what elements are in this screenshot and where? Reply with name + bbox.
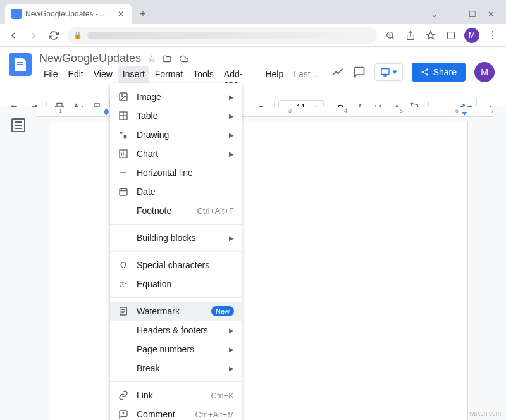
hline-icon [118,167,129,178]
browser-menu-icon[interactable]: ⋮ [486,28,500,42]
menu-label: Drawing [137,130,221,140]
window-dropdown-icon[interactable]: ⌄ [431,9,438,19]
insert-link[interactable]: Link Ctrl+K [110,386,242,405]
move-folder-icon[interactable] [162,54,172,64]
submenu-arrow-icon: ▶ [229,132,234,139]
bookmark-icon[interactable] [424,28,438,42]
insert-equation[interactable]: π² Equation [110,275,242,293]
comments-icon[interactable] [353,66,366,78]
menu-last-edit[interactable]: Last… [289,66,323,92]
menu-separator [110,297,242,298]
pi-icon: π² [118,278,129,290]
extensions-icon[interactable] [444,28,458,42]
url-field[interactable]: 🔒 [67,27,377,44]
ruler-indent-marker[interactable] [104,112,109,116]
image-icon [118,91,129,102]
present-button[interactable]: ▾ [374,63,403,81]
lock-icon: 🔒 [73,31,82,39]
docs-favicon [11,9,22,19]
insert-headers-footers[interactable]: Headers & footers ▶ [110,321,242,340]
window-minimize-icon[interactable]: — [449,9,457,19]
insert-page-numbers[interactable]: Page numbers ▶ [110,340,242,359]
chart-icon [118,148,129,159]
window-maximize-icon[interactable]: ☐ [469,9,476,19]
outline-icon[interactable] [11,118,25,132]
account-avatar[interactable]: M [474,62,495,82]
horizontal-ruler[interactable]: 1 2 3 4 5 6 7 [37,107,493,117]
insert-footnote[interactable]: Footnote Ctrl+Alt+F [110,201,242,220]
menu-separator [110,224,242,225]
svg-point-4 [121,95,123,97]
activity-icon[interactable] [331,66,344,78]
insert-building-blocks[interactable]: Building blocks ▶ [110,228,242,247]
submenu-arrow-icon: ▶ [229,346,234,353]
new-badge: New [211,306,234,316]
insert-menu-dropdown: Image ▶ Table ▶ Drawing ▶ Chart ▶ Horizo… [110,83,242,420]
shortcut-label: Ctrl+K [211,391,234,400]
docs-logo-icon[interactable] [9,53,32,76]
menu-label: Watermark [137,306,204,316]
doc-title[interactable]: NewGoogleUpdates [39,52,141,65]
forward-button[interactable] [27,28,40,42]
insert-drawing[interactable]: Drawing ▶ [110,125,242,144]
insert-horizontal-line[interactable]: Horizontal line [110,163,242,182]
menu-file[interactable]: File [39,66,63,92]
insert-date[interactable]: Date [110,182,242,201]
new-tab-button[interactable]: + [134,5,152,23]
svg-rect-7 [124,135,127,139]
window-close-icon[interactable]: ✕ [488,9,495,19]
share-button[interactable]: Share [412,63,466,82]
insert-break[interactable]: Break ▶ [110,359,242,378]
menu-label: Image [137,92,221,102]
insert-image[interactable]: Image ▶ [110,87,242,106]
menu-label: Footnote [137,206,189,216]
window-controls: ⌄ — ☐ ✕ [431,9,501,24]
ruler-mark: 5 [400,108,403,114]
chevron-down-icon: ▾ [393,67,397,77]
svg-rect-2 [381,68,389,74]
shortcut-label: Ctrl+Alt+M [195,410,234,419]
menu-label: Headers & footers [137,325,221,335]
drawing-icon [118,129,129,140]
ruler-right-marker[interactable] [462,112,467,116]
svg-rect-1 [448,32,455,39]
menu-label: Page numbers [137,344,221,354]
tab-title: NewGoogleUpdates - Google Do [25,9,113,18]
menu-help[interactable]: Help [261,66,288,92]
browser-titlebar: NewGoogleUpdates - Google Do ✕ + ⌄ — ☐ ✕ [0,0,506,24]
ruler-mark: 4 [344,108,347,114]
insert-special-characters[interactable]: Ω Special characters [110,256,242,275]
svg-rect-9 [120,188,127,195]
menu-edit[interactable]: Edit [64,66,88,92]
ruler-mark: 3 [288,108,292,114]
share-url-icon[interactable] [404,28,417,42]
share-label: Share [433,67,457,77]
blocks-icon [118,232,129,244]
tab-close-icon[interactable]: ✕ [116,9,125,18]
star-icon[interactable]: ☆ [147,53,156,65]
menu-label: Special characters [137,260,234,270]
left-rail [0,107,37,420]
url-text [87,32,371,39]
insert-chart[interactable]: Chart ▶ [110,144,242,163]
insert-table[interactable]: Table ▶ [110,106,242,125]
menu-label: Date [137,187,234,197]
zoom-icon[interactable] [383,28,397,42]
back-button[interactable] [6,28,20,42]
menu-label: Equation [137,279,234,289]
link-icon [118,390,129,401]
submenu-arrow-icon: ▶ [229,365,234,372]
headers-icon [118,324,129,336]
reload-button[interactable] [47,28,61,42]
cloud-status-icon[interactable] [178,54,190,63]
menu-label: Link [137,390,204,400]
menu-label: Break [137,363,221,373]
menu-label: Table [137,111,221,121]
profile-avatar[interactable]: M [464,28,479,43]
submenu-arrow-icon: ▶ [229,151,234,158]
insert-comment[interactable]: Comment Ctrl+Alt+M [110,405,242,420]
insert-watermark[interactable]: Watermark New [110,302,242,321]
submenu-arrow-icon: ▶ [229,94,234,101]
ruler-mark: 6 [455,108,459,114]
browser-tab[interactable]: NewGoogleUpdates - Google Do ✕ [5,4,132,24]
